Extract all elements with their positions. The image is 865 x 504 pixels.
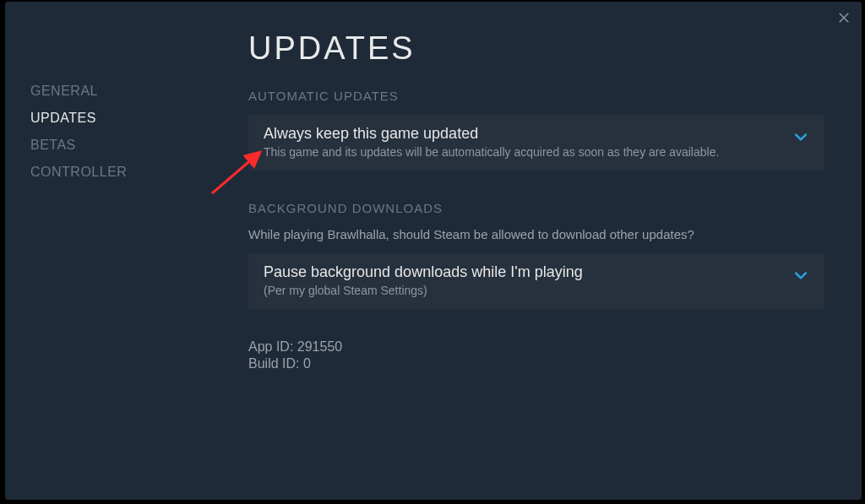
sidebar-item-updates[interactable]: UPDATES [5, 105, 215, 132]
section-desc-background-downloads: While playing Brawlhalla, should Steam b… [248, 227, 824, 241]
close-button[interactable] [836, 10, 851, 25]
sidebar-item-label: BETAS [30, 138, 76, 152]
section-header-background-downloads: BACKGROUND DOWNLOADS [248, 201, 824, 215]
sidebar-item-controller[interactable]: CONTROLLER [5, 159, 215, 186]
sidebar-item-general[interactable]: GENERAL [5, 78, 215, 105]
sidebar: GENERAL UPDATES BETAS CONTROLLER [5, 2, 215, 500]
chevron-down-icon [792, 128, 809, 145]
dropdown-label: Pause background downloads while I'm pla… [264, 263, 782, 281]
dropdown-text: Pause background downloads while I'm pla… [264, 263, 782, 297]
background-downloads-dropdown[interactable]: Pause background downloads while I'm pla… [248, 253, 824, 309]
build-id-text: Build ID: 0 [248, 356, 824, 371]
sidebar-item-label: UPDATES [30, 111, 96, 125]
automatic-updates-dropdown[interactable]: Always keep this game updated This game … [248, 115, 824, 171]
properties-dialog: GENERAL UPDATES BETAS CONTROLLER UPDATES… [5, 2, 862, 500]
dropdown-sub: This game and its updates will be automa… [264, 145, 782, 159]
app-id-text: App ID: 291550 [248, 339, 824, 355]
section-header-automatic-updates: AUTOMATIC UPDATES [248, 89, 824, 103]
page-title: UPDATES [248, 30, 824, 67]
dropdown-label: Always keep this game updated [264, 125, 782, 143]
chevron-down-icon [792, 267, 809, 284]
dropdown-sub: (Per my global Steam Settings) [264, 284, 782, 297]
dropdown-text: Always keep this game updated This game … [264, 125, 782, 159]
close-icon [836, 10, 851, 25]
content-pane: UPDATES AUTOMATIC UPDATES Always keep th… [215, 2, 862, 500]
sidebar-item-label: GENERAL [30, 84, 98, 98]
sidebar-item-label: CONTROLLER [30, 165, 127, 179]
sidebar-item-betas[interactable]: BETAS [5, 132, 215, 159]
